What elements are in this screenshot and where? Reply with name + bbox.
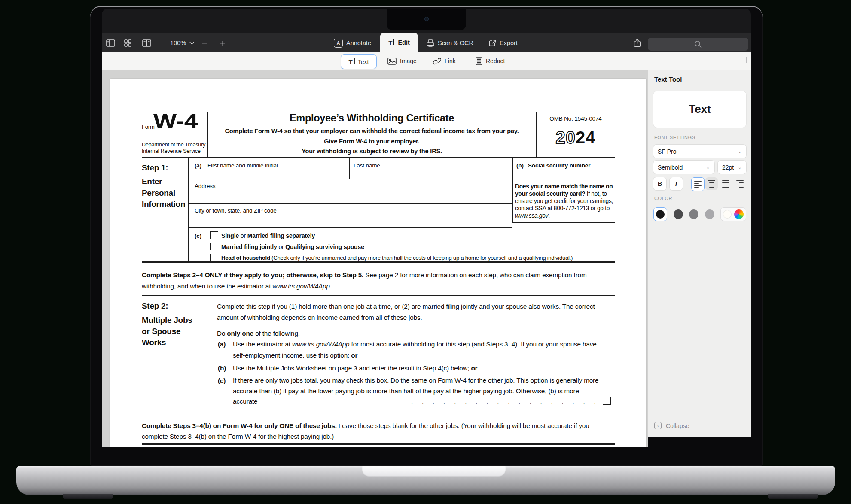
- annotate-icon: A: [334, 39, 343, 48]
- form-title: Employee’s Withholding Certificate: [207, 112, 536, 124]
- filing-status-checkbox-married: [210, 243, 218, 250]
- align-center-button[interactable]: [705, 177, 718, 190]
- step2-sub3: Works: [142, 338, 166, 347]
- field-c-tag: (c): [195, 233, 201, 239]
- form-word: Form: [142, 124, 155, 130]
- zoom-level-control[interactable]: 100%: [170, 38, 194, 48]
- collapse-panel-button[interactable]: › Collapse: [654, 422, 689, 429]
- filing-status-option-2: Married filing jointly or Qualifying sur…: [221, 243, 364, 250]
- filing-status-option-1: Single or Married filing separately: [221, 232, 315, 239]
- edit-tool-strip: [102, 52, 751, 70]
- ssa-note: Does your name match the name on your so…: [515, 183, 614, 219]
- form-rule: [142, 295, 615, 296]
- document-canvas[interactable]: Form W-4 Department of the TreasuryInter…: [102, 70, 648, 447]
- color-wheel-icon: [734, 209, 744, 219]
- step2-do-only-one: Do only one of the following.: [217, 328, 300, 339]
- tab-edit-label: Edit: [398, 39, 409, 46]
- form-year: 2024: [536, 128, 615, 147]
- tab-annotate[interactable]: A Annotate: [334, 38, 371, 48]
- plus-icon: [220, 40, 226, 46]
- step2a-tag: (a): [218, 339, 226, 350]
- color-swatch-lightgray[interactable]: [705, 209, 714, 219]
- zoom-out-button[interactable]: [202, 38, 207, 48]
- link-tool-button[interactable]: Link: [433, 56, 456, 66]
- search-input[interactable]: [648, 38, 748, 51]
- image-icon: [387, 58, 397, 65]
- book-pages-icon: [142, 39, 151, 47]
- color-swatch-gray[interactable]: [689, 209, 698, 219]
- bold-button[interactable]: B: [653, 177, 666, 190]
- webcam-icon: [424, 17, 429, 21]
- panel-title: Text Tool: [654, 76, 682, 83]
- tab-edit[interactable]: T Edit: [380, 33, 418, 52]
- step2c-checkbox: [603, 397, 611, 405]
- text-tool-button[interactable]: T Text: [341, 54, 377, 69]
- color-swatch-black-selected[interactable]: [653, 207, 667, 221]
- step2-sub2: or Spouse: [142, 327, 180, 336]
- minus-icon: [202, 40, 207, 46]
- text-cursor-icon: T: [388, 39, 394, 46]
- form-rule: [142, 157, 615, 158]
- share-button[interactable]: [634, 38, 641, 48]
- image-tool-label: Image: [400, 58, 417, 64]
- image-tool-button[interactable]: Image: [387, 56, 417, 66]
- address-field-label: Address: [195, 183, 215, 189]
- form-subtitle-1: Complete Form W-4 so that your employer …: [207, 128, 536, 134]
- chevron-down-icon: ⌄: [738, 149, 742, 154]
- text-preview-card: Text: [653, 91, 746, 128]
- step2b-tag: (b): [218, 363, 226, 374]
- step1-sub3: Information: [142, 200, 185, 209]
- filing-status-checkbox-single: [210, 231, 218, 239]
- align-justify-button[interactable]: [720, 177, 732, 190]
- font-size-select[interactable]: 22pt ⌄: [718, 161, 746, 174]
- export-icon: [489, 39, 496, 47]
- form-rule: [188, 227, 512, 228]
- omb-number: OMB No. 1545-0074: [536, 115, 615, 122]
- zoom-in-button[interactable]: [220, 38, 226, 48]
- font-settings-label: FONT SETTINGS: [654, 135, 695, 140]
- toolbar-separator: [214, 38, 214, 47]
- step2-sub1: Multiple Jobs: [142, 316, 192, 325]
- tab-scan-ocr-label: Scan & OCR: [438, 39, 473, 46]
- font-family-value: SF Pro: [658, 148, 677, 155]
- tab-scan-ocr[interactable]: Scan & OCR: [427, 38, 473, 48]
- font-family-select[interactable]: SF Pro ⌄: [653, 145, 746, 158]
- two-page-view-button[interactable]: [142, 38, 151, 48]
- form-rule-thick: [142, 443, 615, 445]
- align-center-icon: [708, 180, 715, 188]
- last-name-field-label: Last name: [354, 162, 380, 169]
- search-icon: [694, 40, 702, 48]
- tab-export[interactable]: Export: [489, 38, 518, 48]
- chevron-down-icon: ⌄: [738, 165, 742, 170]
- step1-label: Step 1:: [142, 163, 168, 173]
- color-swatch-white[interactable]: [723, 210, 732, 219]
- ssn-field-label: Social security number: [528, 162, 590, 169]
- screen-top-strip: [102, 9, 751, 33]
- text-preview: Text: [689, 103, 711, 116]
- sidebar-toggle-button[interactable]: [106, 38, 115, 48]
- step1-sub1: Enter: [142, 177, 162, 186]
- thumbnails-view-button[interactable]: [124, 38, 131, 48]
- chevron-down-icon: ⌄: [706, 165, 710, 170]
- tab-annotate-label: Annotate: [346, 39, 371, 46]
- chevron-down-icon: [189, 42, 194, 45]
- pdf-page[interactable]: Form W-4 Department of the TreasuryInter…: [110, 79, 646, 447]
- align-right-button[interactable]: [734, 177, 746, 190]
- align-right-icon: [736, 180, 744, 188]
- filing-status-checkbox-hoh: [210, 254, 218, 261]
- form-rule: [536, 124, 615, 124]
- italic-button[interactable]: I: [670, 177, 683, 190]
- dot-leader: . . . . . . . . . . . . . . . . . . . .: [411, 398, 600, 405]
- font-weight-select[interactable]: Semibold ⌄: [653, 161, 714, 174]
- redact-tool-button[interactable]: Redact: [476, 56, 505, 66]
- custom-color-picker[interactable]: [720, 207, 746, 221]
- step1-sub2: Personal: [142, 188, 175, 198]
- macbook-lid-notch: [362, 466, 506, 477]
- panel-resize-handle[interactable]: [744, 57, 747, 63]
- form-rule: [188, 203, 512, 204]
- sidebar-icon: [106, 39, 115, 47]
- color-swatch-darkgray[interactable]: [674, 209, 683, 219]
- step2b-text: Use the Multiple Jobs Worksheet on page …: [233, 363, 619, 374]
- align-left-button[interactable]: [691, 177, 705, 191]
- text-tool-panel: Text Tool Text FONT SETTINGS SF Pro ⌄ Se…: [648, 70, 751, 437]
